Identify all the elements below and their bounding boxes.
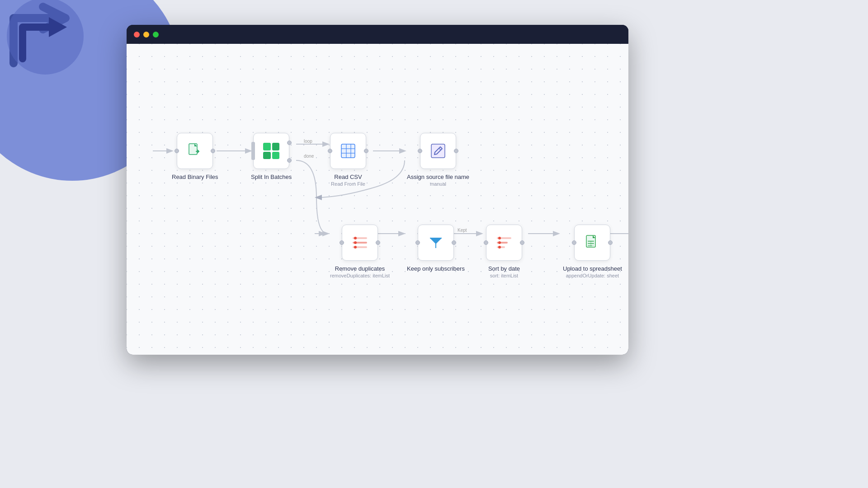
conn-left-assign	[418, 149, 422, 153]
node-read-binary[interactable]: Read Binary Files	[172, 133, 218, 180]
svg-point-30	[498, 237, 501, 239]
pencil-icon	[429, 142, 447, 160]
node-keep-subscribers[interactable]: Keep only subscribers	[407, 225, 465, 272]
conn-left-keep-sub	[415, 240, 420, 245]
node-label-sort-date: Sort by date	[488, 265, 520, 272]
conn-left-sort	[484, 240, 488, 245]
sort-icon	[496, 235, 512, 251]
conn-right-assign	[454, 149, 458, 153]
svg-point-24	[354, 241, 357, 244]
split-grid-icon	[263, 143, 279, 159]
node-split-batches[interactable]: Split In Batches	[251, 133, 292, 180]
conn-right-remove-dup	[376, 240, 380, 245]
node-card-remove-duplicates[interactable]	[342, 225, 378, 261]
svg-point-31	[498, 241, 501, 244]
node-label-read-binary: Read Binary Files	[172, 174, 218, 180]
node-card-upload-spreadsheet[interactable]	[574, 225, 610, 261]
node-card-sort-date[interactable]	[486, 225, 522, 261]
node-label-upload-spreadsheet: Upload to spreadsheet	[563, 265, 622, 272]
spreadsheet-icon	[584, 235, 600, 251]
node-label-split-batches: Split In Batches	[251, 174, 292, 180]
conn-right-read-csv	[364, 149, 368, 153]
node-label-remove-duplicates: Remove duplicates	[335, 265, 385, 272]
file-export-icon	[186, 142, 203, 160]
svg-point-23	[354, 237, 357, 239]
node-sublabel-sort-date: sort: itemList	[490, 273, 518, 278]
node-card-split-batches[interactable]	[253, 133, 289, 169]
node-read-csv[interactable]: Read CSV Read From File	[330, 133, 366, 187]
conn-right-sort	[520, 240, 524, 245]
done-label: done	[303, 154, 315, 159]
conn-done-split	[287, 158, 292, 163]
connections-svg	[127, 44, 628, 355]
svg-rect-14	[341, 144, 355, 158]
loop-label: loop	[303, 139, 313, 144]
table-icon	[340, 142, 357, 160]
conn-right-upload	[608, 240, 613, 245]
node-sublabel-remove-duplicates: removeDuplicates: itemList	[330, 273, 390, 278]
close-button[interactable]	[134, 32, 140, 38]
conn-left-read-csv	[328, 149, 332, 153]
node-card-keep-subscribers[interactable]	[418, 225, 454, 261]
node-sublabel-read-csv: Read From File	[331, 181, 365, 187]
node-remove-duplicates[interactable]: Remove duplicates removeDuplicates: item…	[330, 225, 390, 278]
node-card-read-csv[interactable]	[330, 133, 366, 169]
node-assign-source[interactable]: Assign source file name manual	[407, 133, 469, 187]
filter-icon	[428, 235, 444, 251]
arrow-icon	[0, 0, 90, 81]
browser-titlebar	[127, 25, 628, 44]
split-input-bar	[251, 142, 255, 160]
conn-left-upload	[572, 240, 576, 245]
node-upload-spreadsheet[interactable]: Upload to spreadsheet appendOrUpdate: sh…	[563, 225, 622, 278]
conn-right-keep-sub	[452, 240, 456, 245]
node-sublabel-upload-spreadsheet: appendOrUpdate: sheet	[566, 273, 619, 278]
node-sublabel-assign-source: manual	[430, 181, 446, 187]
svg-point-25	[354, 246, 357, 249]
node-label-read-csv: Read CSV	[334, 174, 362, 180]
node-label-keep-subscribers: Keep only subscribers	[407, 265, 465, 272]
browser-window: loop done Kept Read Binary Files	[127, 25, 628, 355]
svg-rect-19	[431, 144, 445, 158]
list-icon-remove	[352, 235, 368, 251]
svg-point-0	[7, 0, 84, 75]
node-card-read-binary[interactable]	[177, 133, 213, 169]
svg-point-32	[498, 246, 501, 249]
maximize-button[interactable]	[153, 32, 159, 38]
conn-left-read-binary	[175, 149, 179, 153]
workflow-canvas[interactable]: loop done Kept Read Binary Files	[127, 44, 628, 355]
node-card-assign-source[interactable]	[420, 133, 456, 169]
node-label-assign-source: Assign source file name	[407, 174, 469, 180]
minimize-button[interactable]	[143, 32, 149, 38]
conn-left-remove-dup	[340, 240, 344, 245]
conn-loop-split	[287, 141, 292, 145]
conn-right-read-binary	[211, 149, 215, 153]
node-sort-date[interactable]: Sort by date sort: itemList	[486, 225, 522, 278]
